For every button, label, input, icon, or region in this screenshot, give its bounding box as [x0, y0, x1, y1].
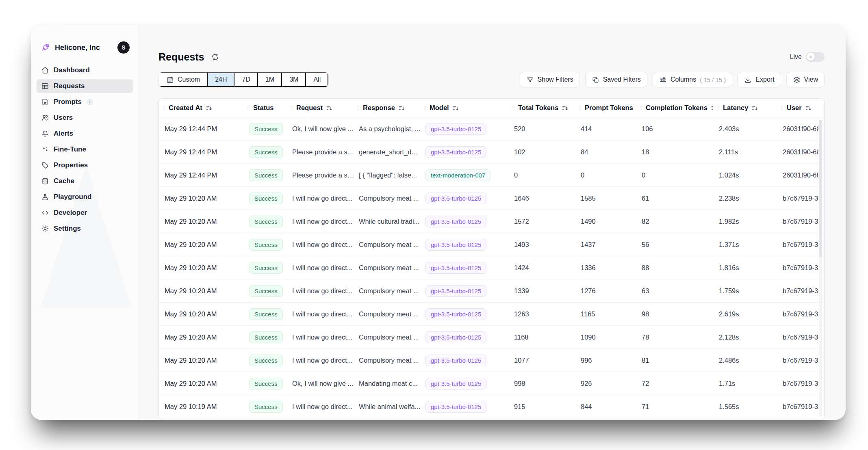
table-row[interactable]: May 29 10:20 AM Success I will now go di… [159, 233, 824, 256]
model-badge: gpt-3.5-turbo-0125 [425, 239, 486, 251]
cell-request: I will now go direct... [286, 310, 353, 318]
cell-request: I will now go direct... [286, 218, 353, 225]
model-badge: gpt-3.5-turbo-0125 [425, 262, 486, 274]
cell-status: Success [243, 146, 286, 158]
cell-status: Success [243, 308, 286, 320]
cell-created-at: May 29 12:44 PM [159, 148, 243, 156]
sidebar-item-fine-tune[interactable]: Fine-Tune [37, 143, 133, 156]
rocket-icon [41, 43, 50, 52]
column-header-status[interactable]: Status [243, 104, 286, 112]
avatar[interactable]: S [117, 41, 130, 54]
sidebar-item-users[interactable]: Users [37, 111, 133, 125]
show-filters-button[interactable]: Show Filters [520, 72, 580, 87]
refresh-icon[interactable] [211, 53, 219, 61]
sidebar-item-requests[interactable]: Requests [37, 79, 133, 93]
cell-latency: 2.403s [713, 125, 777, 133]
sidebar-item-playground[interactable]: Playground [37, 190, 133, 204]
column-header-created-at[interactable]: Created At [159, 104, 243, 112]
sidebar-item-dashboard[interactable]: Dashboard [37, 63, 133, 77]
scrollbar-thumb[interactable] [819, 120, 822, 257]
export-button[interactable]: Export [738, 72, 781, 87]
table-row[interactable]: May 29 10:20 AM Success I will now go di… [159, 326, 824, 349]
view-button[interactable]: View [786, 72, 825, 87]
table-row[interactable]: May 29 12:44 PM Success Please provide a… [159, 141, 824, 164]
time-range-custom[interactable]: Custom [159, 72, 208, 87]
drag-handle-icon[interactable] [779, 105, 785, 111]
cell-completion-tokens: 78 [636, 333, 713, 341]
sort-icon[interactable] [805, 104, 812, 111]
table-row[interactable]: May 29 10:20 AM Success I will now go di… [159, 187, 824, 210]
live-toggle[interactable] [806, 52, 825, 62]
columns-button[interactable]: Columns ( 15 / 15 ) [653, 72, 732, 87]
sidebar-item-settings[interactable]: Settings [37, 222, 133, 236]
sidebar: Helicone, Inc S Dashboard Requests Promp… [31, 25, 139, 420]
table-row[interactable]: May 29 10:20 AM Success I will now go di… [159, 349, 824, 372]
sparkle-badge-icon [87, 99, 93, 105]
cell-model: gpt-3.5-turbo-0125 [420, 308, 508, 320]
time-range-label: 7D [242, 76, 250, 83]
sort-icon[interactable] [326, 104, 333, 111]
drag-handle-icon[interactable] [289, 105, 294, 111]
column-header-latency[interactable]: Latency [713, 104, 777, 112]
sort-icon[interactable] [562, 104, 569, 111]
sidebar-item-cache[interactable]: Cache [37, 174, 133, 188]
sort-icon[interactable] [751, 104, 758, 111]
column-header-model[interactable]: Model [420, 104, 508, 112]
sort-icon[interactable] [398, 104, 405, 111]
cell-completion-tokens: 106 [636, 125, 713, 133]
time-range-all[interactable]: All [306, 72, 328, 87]
drag-handle-icon[interactable] [511, 105, 516, 111]
org-switcher[interactable]: Helicone, Inc S [31, 25, 139, 60]
toggle-knob-asterisk-icon [807, 53, 815, 61]
time-range-3m[interactable]: 3M [282, 72, 306, 87]
vertical-scrollbar[interactable] [819, 120, 822, 417]
sort-icon[interactable] [206, 104, 213, 111]
drag-handle-icon[interactable] [356, 105, 361, 111]
table-row[interactable]: May 29 10:20 AM Success I will now go di… [159, 279, 824, 303]
sidebar-item-prompts[interactable]: Prompts [37, 95, 133, 109]
column-header-label: Completion Tokens [646, 104, 707, 112]
cell-created-at: May 29 10:20 AM [159, 310, 243, 318]
table-row[interactable]: May 29 12:44 PM Success Ok, I will now g… [159, 117, 824, 141]
table-row[interactable]: May 29 10:19 AM Success I will now go di… [159, 395, 824, 418]
column-header-prompt-tokens[interactable]: Prompt Tokens [575, 104, 636, 112]
time-range-24h[interactable]: 24H [208, 72, 234, 87]
cell-request: I will now go direct... [286, 241, 353, 249]
download-icon [744, 76, 752, 84]
action-label: Saved Filters [603, 76, 641, 83]
table-row[interactable]: May 29 10:20 AM Success I will now go di… [159, 303, 824, 326]
drag-handle-icon[interactable] [577, 105, 583, 111]
sidebar-item-label: Developer [54, 209, 87, 217]
beaker-icon [41, 193, 49, 201]
action-label: Columns [671, 76, 696, 83]
cell-prompt-tokens: 1490 [575, 218, 636, 225]
column-header-response[interactable]: Response [353, 104, 420, 112]
status-badge: Success [249, 331, 283, 343]
table-row[interactable]: May 29 10:20 AM Success I will now go di… [159, 210, 824, 233]
time-range-1m[interactable]: 1M [258, 72, 282, 87]
table-row[interactable]: May 29 10:20 AM Success I will now go di… [159, 256, 824, 279]
column-header-total-tokens[interactable]: Total Tokens [508, 104, 575, 112]
column-header-request[interactable]: Request [286, 104, 353, 112]
column-header-completion-tokens[interactable]: Completion Tokens [636, 104, 713, 112]
time-range-7d[interactable]: 7D [234, 72, 258, 87]
cell-latency: 1.024s [713, 171, 777, 179]
cell-completion-tokens: 88 [636, 264, 713, 272]
sidebar-item-alerts[interactable]: Alerts [37, 127, 133, 141]
sort-icon[interactable] [452, 104, 459, 111]
cell-prompt-tokens: 0 [575, 171, 636, 179]
drag-handle-icon[interactable] [422, 105, 427, 111]
drag-handle-icon[interactable] [161, 105, 167, 111]
cell-request: I will now go direct... [286, 357, 353, 364]
sidebar-item-developer[interactable]: Developer [37, 206, 133, 220]
drag-handle-icon[interactable] [246, 105, 251, 111]
sidebar-item-properties[interactable]: Properties [37, 158, 133, 172]
saved-filters-button[interactable]: Saved Filters [585, 72, 647, 87]
table-row[interactable]: May 29 10:20 AM Success Ok, I will now g… [159, 372, 824, 395]
cell-prompt-tokens: 926 [575, 380, 636, 387]
drag-handle-icon[interactable] [638, 105, 644, 111]
drag-handle-icon[interactable] [716, 105, 721, 111]
status-badge: Success [249, 169, 283, 181]
column-header-user[interactable]: User [777, 104, 818, 112]
table-row[interactable]: May 29 12:44 PM Success Please provide a… [159, 164, 824, 187]
